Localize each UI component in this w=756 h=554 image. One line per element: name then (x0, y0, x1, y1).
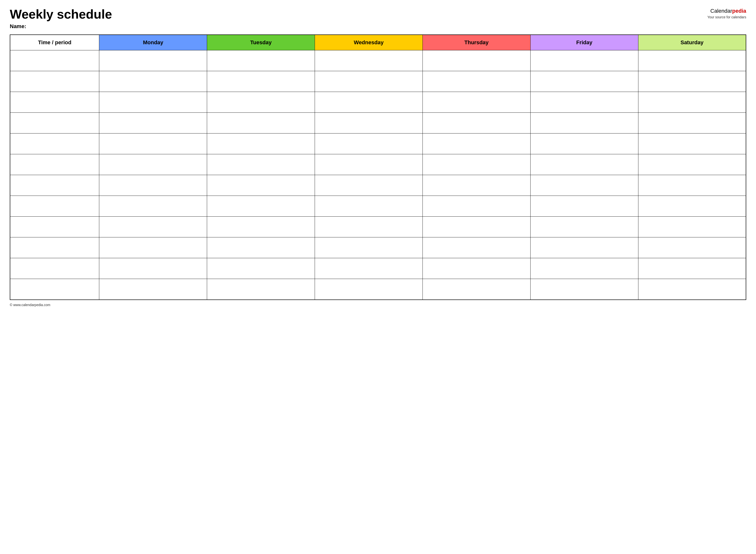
table-row (10, 175, 746, 196)
table-cell[interactable] (99, 50, 207, 71)
table-cell[interactable] (638, 133, 746, 154)
table-cell[interactable] (530, 217, 638, 237)
name-label: Name: (10, 23, 707, 30)
table-row (10, 50, 746, 71)
table-cell[interactable] (99, 175, 207, 196)
table-cell[interactable] (638, 279, 746, 300)
table-cell[interactable] (530, 92, 638, 113)
table-cell[interactable] (530, 175, 638, 196)
logo-pedia-text: pedia (732, 8, 746, 14)
table-cell[interactable] (423, 258, 530, 279)
table-cell[interactable] (207, 217, 315, 237)
table-cell[interactable] (10, 175, 99, 196)
table-cell[interactable] (530, 258, 638, 279)
table-cell[interactable] (423, 237, 530, 258)
table-cell[interactable] (207, 50, 315, 71)
table-cell[interactable] (638, 92, 746, 113)
table-cell[interactable] (423, 133, 530, 154)
table-row (10, 237, 746, 258)
table-cell[interactable] (530, 71, 638, 92)
table-cell[interactable] (638, 154, 746, 175)
table-cell[interactable] (423, 279, 530, 300)
table-cell[interactable] (315, 113, 423, 133)
table-cell[interactable] (638, 50, 746, 71)
title-area: Weekly schedule Name: (10, 7, 707, 30)
table-cell[interactable] (423, 217, 530, 237)
table-cell[interactable] (10, 258, 99, 279)
table-cell[interactable] (99, 113, 207, 133)
table-cell[interactable] (530, 50, 638, 71)
table-cell[interactable] (530, 133, 638, 154)
table-cell[interactable] (423, 196, 530, 217)
table-cell[interactable] (10, 133, 99, 154)
table-cell[interactable] (10, 71, 99, 92)
table-cell[interactable] (10, 154, 99, 175)
col-saturday: Saturday (638, 35, 746, 50)
table-cell[interactable] (99, 258, 207, 279)
table-cell[interactable] (530, 113, 638, 133)
table-cell[interactable] (423, 113, 530, 133)
table-cell[interactable] (530, 196, 638, 217)
table-cell[interactable] (207, 154, 315, 175)
table-cell[interactable] (530, 279, 638, 300)
table-cell[interactable] (530, 154, 638, 175)
table-cell[interactable] (315, 196, 423, 217)
table-cell[interactable] (315, 133, 423, 154)
table-cell[interactable] (638, 71, 746, 92)
table-cell[interactable] (638, 237, 746, 258)
table-cell[interactable] (315, 217, 423, 237)
col-friday: Friday (530, 35, 638, 50)
table-cell[interactable] (638, 217, 746, 237)
table-cell[interactable] (207, 196, 315, 217)
table-cell[interactable] (99, 196, 207, 217)
table-cell[interactable] (10, 50, 99, 71)
table-cell[interactable] (10, 113, 99, 133)
table-cell[interactable] (638, 258, 746, 279)
table-cell[interactable] (99, 279, 207, 300)
table-cell[interactable] (207, 175, 315, 196)
table-cell[interactable] (638, 196, 746, 217)
table-cell[interactable] (207, 71, 315, 92)
table-cell[interactable] (315, 50, 423, 71)
table-cell[interactable] (638, 175, 746, 196)
header-row: Time / period Monday Tuesday Wednesday T… (10, 35, 746, 50)
table-cell[interactable] (10, 279, 99, 300)
table-cell[interactable] (315, 71, 423, 92)
table-cell[interactable] (207, 133, 315, 154)
table-cell[interactable] (207, 237, 315, 258)
page-title: Weekly schedule (10, 7, 707, 21)
table-cell[interactable] (10, 196, 99, 217)
table-row (10, 92, 746, 113)
table-cell[interactable] (10, 217, 99, 237)
col-wednesday: Wednesday (315, 35, 423, 50)
table-cell[interactable] (10, 237, 99, 258)
footer-url: © www.calendarpedia.com (10, 303, 50, 307)
table-cell[interactable] (99, 154, 207, 175)
table-cell[interactable] (207, 92, 315, 113)
table-cell[interactable] (423, 154, 530, 175)
table-cell[interactable] (99, 237, 207, 258)
table-cell[interactable] (207, 113, 315, 133)
table-cell[interactable] (99, 133, 207, 154)
table-cell[interactable] (423, 175, 530, 196)
col-thursday: Thursday (423, 35, 530, 50)
table-cell[interactable] (99, 217, 207, 237)
table-cell[interactable] (638, 113, 746, 133)
table-cell[interactable] (423, 92, 530, 113)
table-cell[interactable] (530, 237, 638, 258)
table-cell[interactable] (315, 258, 423, 279)
table-cell[interactable] (423, 71, 530, 92)
table-cell[interactable] (315, 175, 423, 196)
table-cell[interactable] (315, 237, 423, 258)
table-cell[interactable] (10, 92, 99, 113)
table-cell[interactable] (207, 279, 315, 300)
table-cell[interactable] (423, 50, 530, 71)
table-cell[interactable] (315, 92, 423, 113)
table-header: Time / period Monday Tuesday Wednesday T… (10, 35, 746, 50)
table-cell[interactable] (99, 71, 207, 92)
table-cell[interactable] (207, 258, 315, 279)
col-tuesday: Tuesday (207, 35, 315, 50)
table-cell[interactable] (315, 154, 423, 175)
table-cell[interactable] (315, 279, 423, 300)
table-cell[interactable] (99, 92, 207, 113)
